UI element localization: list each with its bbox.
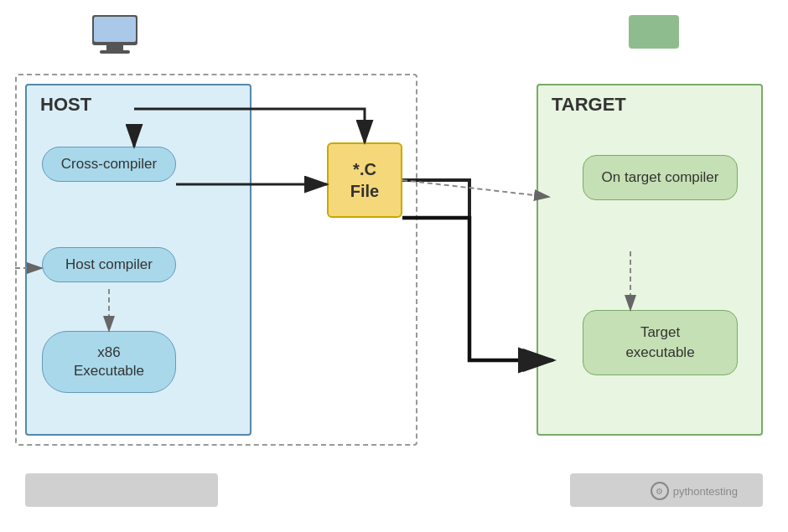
target-device-shape <box>629 15 679 49</box>
target-label: TARGET <box>538 85 761 124</box>
cross-compiler-label: Cross-compiler <box>61 156 157 172</box>
monitor <box>92 15 137 45</box>
host-compiler-box: Host compiler <box>42 247 176 282</box>
bottom-bar-left <box>25 473 218 507</box>
x86-executable-label: x86Executable <box>74 344 144 379</box>
monitor-base <box>100 50 130 54</box>
cross-compiler-box: Cross-compiler <box>42 147 176 182</box>
host-compiler-label: Host compiler <box>65 256 153 272</box>
c-file-label: *.CFile <box>350 158 379 202</box>
x86-executable-box: x86Executable <box>42 331 176 393</box>
target-executable-box: Targetexecutable <box>583 310 738 375</box>
watermark: ⚙ pythontesting <box>651 482 738 500</box>
computer-icon <box>92 15 137 54</box>
watermark-text: pythontesting <box>673 485 738 498</box>
on-target-compiler-label: On target compiler <box>602 169 719 185</box>
c-file-box: *.CFile <box>327 142 402 218</box>
watermark-icon: ⚙ <box>651 482 669 500</box>
target-box: TARGET <box>537 84 763 436</box>
on-target-compiler-box: On target compiler <box>583 155 738 200</box>
diagram-container: HOST TARGET Cross-compiler Host compiler… <box>0 0 788 532</box>
svg-line-2 <box>402 180 549 197</box>
target-executable-label: Targetexecutable <box>625 324 694 360</box>
target-device-icon <box>629 15 679 49</box>
host-label: HOST <box>27 85 250 124</box>
